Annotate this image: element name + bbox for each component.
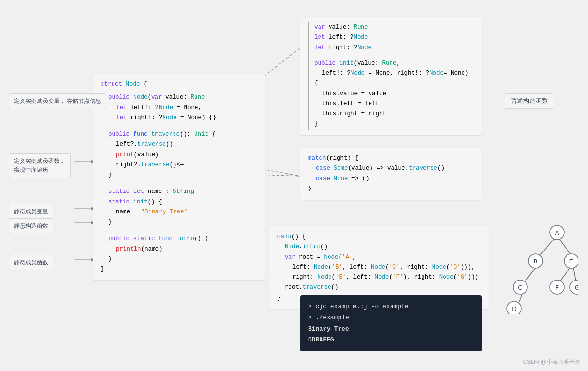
label-static-fn: 静态成员函数 [9, 255, 53, 270]
mid-right-code: match(right) { case Some(value) => value… [300, 148, 482, 200]
left-main-code: struct Node { public Node(var value: Run… [93, 74, 265, 280]
label-define-member-fn: 定义实例成员函数，实现中序遍历 [9, 153, 71, 178]
tree-diagram: A B E C F G D [483, 219, 578, 314]
svg-text:C: C [518, 284, 522, 291]
tree-svg: A B E C F G D [483, 219, 578, 314]
svg-text:A: A [555, 229, 559, 236]
top-right-code: var value: Rune let left: ?Node let righ… [300, 17, 482, 135]
svg-text:B: B [534, 258, 538, 265]
label-define-member-var: 定义实例成员变量， 存储节点信息 [9, 93, 106, 109]
terminal-line-3: Binary Tree [308, 323, 474, 334]
main-container: struct Node { public Node(var value: Run… [0, 0, 588, 371]
terminal-block: > cjc example.cj -o example > ./example … [300, 295, 482, 351]
terminal-line-2: > ./example [308, 312, 474, 323]
svg-text:D: D [512, 305, 516, 312]
terminal-line-4: CDBAFEG [308, 334, 474, 345]
arrows-svg [0, 0, 588, 371]
watermark: CSDN @小菜鸟学开发 [523, 358, 581, 366]
svg-text:F: F [555, 284, 559, 291]
svg-text:G: G [575, 284, 578, 291]
label-static-constructor: 静态构造函数 [9, 218, 53, 233]
terminal-line-1: > cjc example.cj -o example [308, 301, 474, 312]
label-static-var: 静态成员变量 [9, 204, 53, 219]
svg-text:E: E [569, 258, 574, 265]
label-normal-constructor: 普通构造函数 [505, 93, 554, 109]
